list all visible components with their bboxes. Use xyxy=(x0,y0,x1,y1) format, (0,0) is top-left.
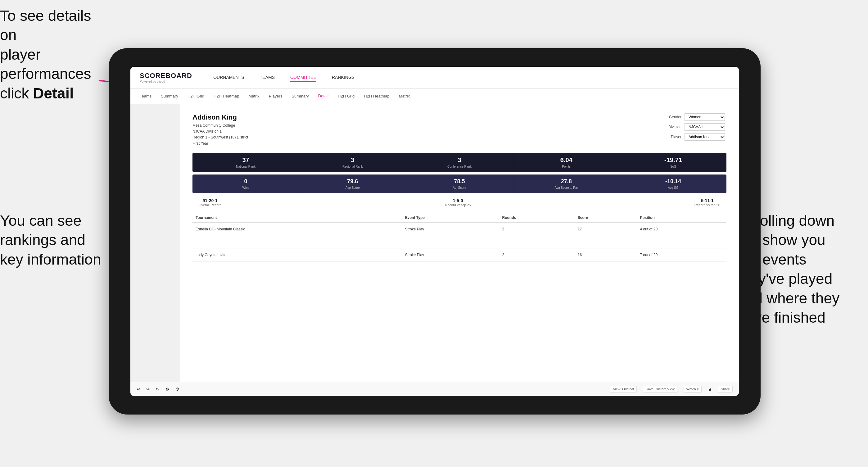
filter-label-division: Division xyxy=(664,125,681,129)
stat-value-sos: -19.71 xyxy=(622,156,724,164)
stat-value-conference: 3 xyxy=(408,156,510,164)
cell-position-3: 7 out of 20 xyxy=(637,248,726,261)
nav-bar: SCOREBOARD Powered by clippd TOURNAMENTS… xyxy=(130,67,739,89)
filter-select-player[interactable]: Addison King xyxy=(685,133,725,141)
sub-nav-h2h-heatmap[interactable]: H2H Heatmap xyxy=(214,92,239,100)
stat-avg-score: 79.6 Avg Score xyxy=(299,175,406,193)
record-overall: 91-20-1 Overall Record xyxy=(199,198,221,207)
sub-nav-players[interactable]: Players xyxy=(269,92,282,100)
nav-links: TOURNAMENTS TEAMS COMMITTEE RANKINGS xyxy=(211,73,354,82)
stat-label-conference: Conference Rank xyxy=(408,165,510,168)
nav-link-committee[interactable]: COMMITTEE xyxy=(290,73,316,82)
sub-nav-summary[interactable]: Summary xyxy=(161,92,178,100)
stat-value-adj-score: 78.5 xyxy=(408,178,510,185)
nav-link-tournaments[interactable]: TOURNAMENTS xyxy=(211,73,244,82)
logo-subtitle: Powered by clippd xyxy=(140,80,192,83)
nav-link-teams[interactable]: TEAMS xyxy=(260,73,275,82)
stats-grid-row2: 0 Wins 79.6 Avg Score 78.5 Adj Score 27.… xyxy=(192,175,726,193)
tablet-frame: SCOREBOARD Powered by clippd TOURNAMENTS… xyxy=(108,48,761,414)
monitor-icon[interactable]: 🖥 xyxy=(708,387,712,392)
stat-value-national: 37 xyxy=(195,156,297,164)
stat-value-avg-score: 79.6 xyxy=(302,178,403,185)
share-button[interactable]: Share xyxy=(718,386,733,393)
sub-nav: Teams Summary H2H Grid H2H Heatmap Matri… xyxy=(130,89,739,104)
table-row xyxy=(192,236,726,248)
cell-position-empty xyxy=(637,236,726,248)
col-header-rounds: Rounds xyxy=(499,213,574,223)
filter-select-gender[interactable]: Women xyxy=(685,113,725,121)
logo-section: SCOREBOARD Powered by clippd xyxy=(140,72,192,83)
annotation-top-left: To see details on player performances cl… xyxy=(0,6,105,103)
redo-icon[interactable]: ↪ xyxy=(146,387,150,392)
table-body: Estrella CC- Mountain Classic Stroke Pla… xyxy=(192,222,726,261)
sub-nav-summary2[interactable]: Summary xyxy=(291,92,309,100)
stat-label-sos: SoS xyxy=(622,165,724,168)
stat-wins: 0 Wins xyxy=(192,175,299,193)
cell-position-1: 4 out of 20 xyxy=(637,222,726,236)
stat-label-avg-sg: Avg SG xyxy=(622,186,724,189)
stat-national-rank: 37 National Rank xyxy=(192,153,299,172)
sub-nav-h2h-grid[interactable]: H2H Grid xyxy=(187,92,204,100)
stat-value-avg-stp: 27.8 xyxy=(516,178,617,185)
record-value-top25: 1-5-0 xyxy=(445,198,471,203)
sub-nav-matrix[interactable]: Matrix xyxy=(248,92,259,100)
refresh-icon[interactable]: ⟳ xyxy=(156,387,159,392)
cell-tournament-1: Estrella CC- Mountain Classic xyxy=(192,222,402,236)
stat-label-national: National Rank xyxy=(195,165,297,168)
stat-conference-rank: 3 Conference Rank xyxy=(406,153,513,172)
col-header-tournament: Tournament xyxy=(192,213,402,223)
record-value-overall: 91-20-1 xyxy=(199,198,221,203)
record-label-overall: Overall Record xyxy=(199,203,221,207)
record-label-top25: Record vs top 25 xyxy=(445,203,471,207)
sub-nav-h2h-heatmap2[interactable]: H2H Heatmap xyxy=(364,92,389,100)
sidebar xyxy=(130,104,180,382)
record-top50: 5-11-1 Record vs top 50 xyxy=(694,198,720,207)
tablet-screen: SCOREBOARD Powered by clippd TOURNAMENTS… xyxy=(130,67,739,396)
player-detail-header: Addison King Mesa Community College NJCA… xyxy=(192,113,726,147)
stat-sos: -19.71 SoS xyxy=(620,153,726,172)
stat-label-regional: Regional Rank xyxy=(302,165,403,168)
bottom-toolbar: ↩ ↪ ⟳ ⚙ ⏱ View: Original Save Custom Vie… xyxy=(130,382,739,396)
cell-score-3: 16 xyxy=(575,248,637,261)
filter-row-player: Player Addison King xyxy=(664,133,726,141)
sub-nav-teams[interactable]: Teams xyxy=(140,92,152,100)
stat-adj-score: 78.5 Adj Score xyxy=(406,175,513,193)
sub-nav-detail[interactable]: Detail xyxy=(318,92,329,100)
col-header-position: Position xyxy=(637,213,726,223)
filter-select-division[interactable]: NJCAA I xyxy=(685,123,725,131)
stat-avg-sg: -10.14 Avg SG xyxy=(620,175,726,193)
settings-icon[interactable]: ⚙ xyxy=(165,387,169,392)
cell-tournament-3: Lady Coyote Invite xyxy=(192,248,402,261)
col-header-event-type: Event Type xyxy=(402,213,499,223)
tournament-table: Tournament Event Type Rounds Score Posit… xyxy=(192,213,726,262)
cell-tournament-empty xyxy=(192,236,402,248)
records-row: 91-20-1 Overall Record 1-5-0 Record vs t… xyxy=(192,198,726,207)
player-name: Addison King xyxy=(192,113,248,121)
player-info: Addison King Mesa Community College NJCA… xyxy=(192,113,248,147)
logo-title: SCOREBOARD xyxy=(140,72,192,80)
stat-value-points: 6.04 xyxy=(516,156,617,164)
sub-nav-h2h-grid2[interactable]: H2H Grid xyxy=(338,92,354,100)
cell-score-1: 17 xyxy=(575,222,637,236)
nav-link-rankings[interactable]: RANKINGS xyxy=(332,73,354,82)
view-original-button[interactable]: View: Original xyxy=(610,386,637,393)
cell-rounds-1: 2 xyxy=(499,222,574,236)
timer-icon[interactable]: ⏱ xyxy=(176,387,180,392)
table-row: Estrella CC- Mountain Classic Stroke Pla… xyxy=(192,222,726,236)
stat-label-points: Points xyxy=(516,165,617,168)
stat-label-avg-stp: Avg Score to Par xyxy=(516,186,617,189)
undo-icon[interactable]: ↩ xyxy=(136,387,140,392)
stat-label-adj-score: Adj Score xyxy=(408,186,510,189)
content-area: Addison King Mesa Community College NJCA… xyxy=(180,104,739,382)
stat-value-regional: 3 xyxy=(302,156,403,164)
watch-button[interactable]: Watch ▾ xyxy=(684,386,702,393)
stat-label-avg-score: Avg Score xyxy=(302,186,403,189)
stat-label-wins: Wins xyxy=(195,186,297,189)
stats-grid-row1: 37 National Rank 3 Regional Rank 3 Confe… xyxy=(192,153,726,172)
sub-nav-matrix2[interactable]: Matrix xyxy=(399,92,410,100)
stat-regional-rank: 3 Regional Rank xyxy=(299,153,406,172)
stat-avg-score-to-par: 27.8 Avg Score to Par xyxy=(513,175,620,193)
save-custom-view-button[interactable]: Save Custom View xyxy=(643,386,677,393)
cell-event-type-3: Stroke Play xyxy=(402,248,499,261)
cell-event-type-1: Stroke Play xyxy=(402,222,499,236)
